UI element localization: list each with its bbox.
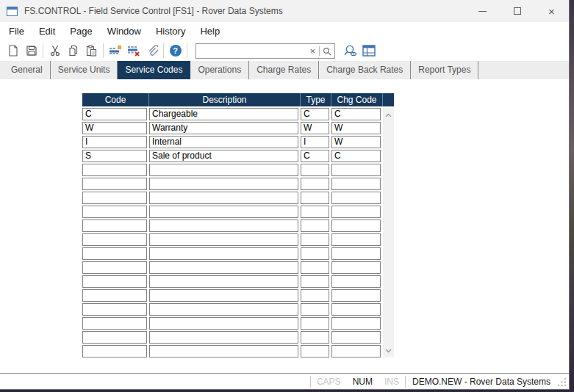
- cell-type[interactable]: [301, 331, 329, 344]
- cell-code[interactable]: [82, 164, 147, 176]
- cell-type[interactable]: C: [301, 150, 329, 162]
- cell-description[interactable]: [149, 206, 298, 218]
- search-magnifier-icon[interactable]: [319, 46, 334, 56]
- cut-button[interactable]: [46, 43, 64, 59]
- cell-description[interactable]: [149, 164, 298, 176]
- cell-type[interactable]: [301, 345, 329, 357]
- cell-code[interactable]: [82, 261, 147, 274]
- cell-type[interactable]: [301, 206, 329, 218]
- cell-type[interactable]: [301, 178, 329, 190]
- cell-type[interactable]: [301, 289, 329, 302]
- cell-description[interactable]: Internal: [149, 136, 298, 148]
- new-document-button[interactable]: [4, 43, 22, 59]
- record-preview-button[interactable]: [341, 43, 359, 59]
- column-header-description[interactable]: Description: [149, 93, 301, 106]
- cell-code[interactable]: I: [82, 136, 147, 148]
- cell-chg-code[interactable]: [331, 275, 381, 288]
- paste-button[interactable]: [82, 43, 101, 59]
- minimize-button[interactable]: [465, 0, 500, 22]
- cell-type[interactable]: C: [301, 108, 329, 120]
- cell-chg-code[interactable]: [331, 317, 381, 330]
- column-header-chg-code[interactable]: Chg Code: [331, 93, 383, 106]
- search-clear-icon[interactable]: ×: [306, 46, 319, 57]
- column-header-code[interactable]: Code: [82, 93, 149, 106]
- tab-charge-rates[interactable]: Charge Rates: [249, 61, 319, 79]
- cell-description[interactable]: [149, 289, 298, 302]
- cell-description[interactable]: Sale of product: [149, 150, 298, 162]
- cell-code[interactable]: [82, 206, 147, 218]
- cell-chg-code[interactable]: [331, 206, 381, 218]
- cell-chg-code[interactable]: [331, 219, 381, 232]
- cell-description[interactable]: [149, 345, 298, 357]
- tab-general[interactable]: General: [4, 61, 51, 79]
- tab-report-types[interactable]: Report Types: [411, 61, 478, 79]
- cell-type[interactable]: I: [301, 136, 329, 148]
- cell-chg-code[interactable]: W: [331, 136, 381, 148]
- cell-chg-code[interactable]: [331, 303, 381, 316]
- resize-grip[interactable]: [557, 377, 567, 387]
- cell-description[interactable]: [149, 233, 298, 246]
- window-layout-button[interactable]: [359, 43, 378, 59]
- cell-chg-code[interactable]: [331, 289, 381, 302]
- cell-code[interactable]: S: [82, 150, 147, 162]
- menu-page[interactable]: Page: [62, 26, 99, 37]
- cell-description[interactable]: [149, 303, 298, 316]
- cell-chg-code[interactable]: [331, 178, 381, 190]
- tab-service-codes[interactable]: Service Codes: [118, 61, 190, 79]
- cell-description[interactable]: [149, 275, 298, 288]
- cell-description[interactable]: [149, 192, 298, 204]
- cell-description[interactable]: [149, 178, 298, 190]
- attachment-button[interactable]: [143, 43, 161, 59]
- cell-type[interactable]: [301, 247, 329, 260]
- cell-type[interactable]: [301, 219, 329, 232]
- cell-description[interactable]: [149, 219, 298, 232]
- cell-type[interactable]: [301, 233, 329, 246]
- cell-code[interactable]: [82, 247, 147, 260]
- menu-help[interactable]: Help: [193, 26, 227, 37]
- cell-code[interactable]: W: [82, 122, 147, 134]
- insert-row-button[interactable]: [106, 43, 124, 59]
- cell-type[interactable]: [301, 317, 329, 330]
- cell-type[interactable]: W: [301, 122, 329, 134]
- menu-file[interactable]: File: [1, 26, 32, 37]
- cell-description[interactable]: [149, 261, 298, 274]
- cell-chg-code[interactable]: [331, 261, 381, 274]
- cell-chg-code[interactable]: [331, 247, 381, 260]
- help-button[interactable]: ?: [166, 43, 184, 59]
- copy-button[interactable]: [64, 43, 82, 59]
- cell-code[interactable]: [82, 317, 147, 330]
- close-button[interactable]: ×: [534, 0, 569, 22]
- cell-description[interactable]: [149, 247, 298, 260]
- maximize-button[interactable]: [500, 0, 534, 22]
- cell-chg-code[interactable]: W: [331, 122, 381, 134]
- cell-chg-code[interactable]: [331, 345, 381, 357]
- search-input[interactable]: [196, 45, 306, 57]
- cell-type[interactable]: [301, 261, 329, 274]
- cell-type[interactable]: [301, 164, 329, 176]
- cell-chg-code[interactable]: [331, 192, 381, 204]
- cell-code[interactable]: [82, 303, 147, 316]
- tab-service-units[interactable]: Service Units: [51, 61, 118, 79]
- cell-chg-code[interactable]: C: [331, 150, 381, 162]
- cell-chg-code[interactable]: [331, 164, 381, 176]
- menu-edit[interactable]: Edit: [32, 26, 62, 37]
- tab-charge-back-rates[interactable]: Charge Back Rates: [319, 61, 411, 79]
- menu-window[interactable]: Window: [100, 26, 148, 37]
- scroll-up-button[interactable]: [383, 109, 394, 120]
- cell-code[interactable]: [82, 219, 147, 232]
- cell-description[interactable]: Chargeable: [149, 108, 298, 120]
- cell-type[interactable]: [301, 192, 329, 204]
- cell-chg-code[interactable]: [331, 331, 381, 344]
- menu-history[interactable]: History: [148, 26, 193, 37]
- cell-chg-code[interactable]: [331, 233, 381, 246]
- delete-row-button[interactable]: [124, 43, 143, 59]
- cell-description[interactable]: Warranty: [149, 122, 298, 134]
- cell-code[interactable]: [82, 331, 147, 344]
- cell-type[interactable]: [301, 275, 329, 288]
- cell-description[interactable]: [149, 317, 298, 330]
- cell-code[interactable]: [82, 233, 147, 246]
- tab-operations[interactable]: Operations: [190, 61, 249, 79]
- scroll-down-button[interactable]: [383, 345, 394, 356]
- cell-description[interactable]: [149, 331, 298, 344]
- cell-code[interactable]: [82, 345, 147, 357]
